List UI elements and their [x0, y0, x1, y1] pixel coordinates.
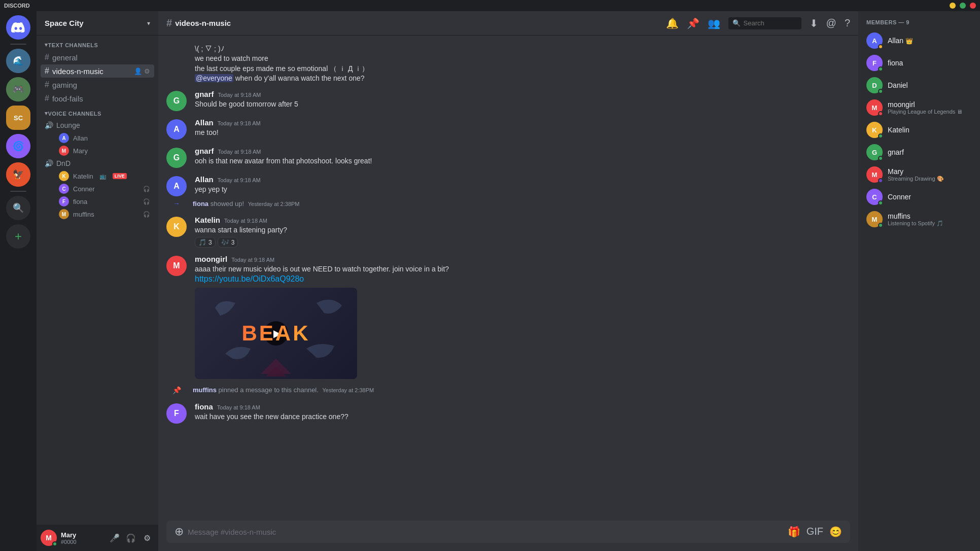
add-attachment-button[interactable]: ⊕ [174, 525, 184, 538]
search-input[interactable] [744, 19, 797, 27]
message-group-katelin: K Katelin Today at 9:18 AM wanna start a… [158, 212, 858, 249]
reaction-2[interactable]: 🎶 3 [218, 237, 238, 248]
author-katelin[interactable]: Katelin [195, 216, 220, 224]
member-avatar-mary: M [59, 146, 69, 156]
author-gnarf[interactable]: gnarf [195, 90, 214, 98]
close-button[interactable] [970, 3, 976, 9]
channel-name-food: food-fails [52, 94, 83, 103]
channel-general[interactable]: # general [41, 51, 154, 64]
server-icon-spacecity[interactable]: SC [6, 106, 30, 130]
member-item-conner[interactable]: C Conner [862, 186, 976, 208]
server-header[interactable]: Space City ▾ [37, 11, 158, 36]
pin-system-icon: 📌 [166, 386, 187, 394]
member-item-moongirl[interactable]: M moongirl Playing League of Legends 🖥 [862, 96, 976, 119]
voice-member-mary[interactable]: M Mary [41, 145, 154, 157]
emoji-button[interactable]: 😊 [829, 526, 842, 538]
avatar-gnarf-2[interactable]: G [166, 148, 187, 168]
channel-settings: 👤 ⚙ [134, 67, 150, 75]
server-icon-1[interactable]: 🌊 [6, 49, 30, 73]
deafen-button[interactable]: 🎧 [124, 531, 138, 545]
add-server-button[interactable]: + [6, 224, 30, 249]
member-item-mary[interactable]: M Mary Streaming Drawing 🎨 [862, 163, 976, 186]
author-moongirl[interactable]: moongirl [195, 255, 227, 263]
member-item-gnarf[interactable]: G gnarf [862, 141, 976, 163]
author-fiona[interactable]: fiona [195, 402, 213, 411]
server-icon-5[interactable]: 🦅 [6, 162, 30, 187]
hash-icon: # [45, 94, 49, 103]
search-nav-button[interactable]: 🔍 [6, 196, 30, 220]
message-header: gnarf Today at 9:18 AM [195, 90, 850, 98]
member-item-allan[interactable]: A Allan 👑 [862, 29, 976, 52]
voice-channel-name: Lounge [56, 121, 80, 129]
author-gnarf-2[interactable]: gnarf [195, 147, 214, 155]
member-avatar-mary-s: M [866, 166, 883, 183]
cont-line-1: \( ; ▽ ; )ﾉ [195, 44, 369, 54]
member-avatar-fiona-s: F [866, 55, 883, 71]
user-icon[interactable]: 👤 [134, 67, 142, 75]
author-allan-1[interactable]: Allan [195, 118, 214, 127]
voice-member-katelin[interactable]: K Katelin 📺 LIVE [41, 170, 154, 182]
member-name-mary: Mary [888, 167, 972, 176]
avatar-katelin[interactable]: K [166, 217, 187, 237]
avatar-fiona[interactable]: F [166, 403, 187, 424]
members-icon[interactable]: 👥 [708, 17, 720, 29]
mention-everyone[interactable]: @everyone [195, 74, 233, 82]
video-link[interactable]: https://youtu.be/OiDx6aQ928o [195, 274, 304, 283]
download-icon[interactable]: ⬇ [810, 17, 818, 29]
input-actions: 🎁 GIF 😊 [788, 526, 842, 538]
pin-icon[interactable]: 📌 [687, 17, 699, 29]
voice-member-allan[interactable]: A Allan [41, 132, 154, 144]
inbox-icon[interactable]: @ [826, 17, 836, 29]
voice-channel-dnd[interactable]: 🔊 DnD [41, 157, 154, 169]
channel-gaming[interactable]: # gaming [41, 78, 154, 91]
gear-icon[interactable]: ⚙ [144, 67, 150, 75]
text-channels-header[interactable]: ▾ TEXT CHANNELS [37, 40, 158, 50]
minimize-button[interactable] [950, 3, 956, 9]
message-content-allan-1: Allan Today at 9:18 AM me too! [195, 118, 850, 140]
system-text-fiona: fiona showed up! Yesterday at 2:38PM [193, 200, 300, 208]
message-input-area: ⊕ 🎁 GIF 😊 [158, 521, 858, 551]
current-user-avatar[interactable]: M [41, 530, 57, 546]
channel-videos-n-music[interactable]: # videos-n-music 👤 ⚙ [41, 64, 154, 78]
chat-header: # videos-n-music 🔔 📌 👥 🔍 ⬇ @ ? [158, 11, 858, 36]
avatar-allan-2[interactable]: A [166, 176, 187, 196]
avatar-moongirl[interactable]: M [166, 256, 187, 276]
voice-channel-lounge[interactable]: 🔊 Lounge [41, 119, 154, 131]
avatar-allan-1[interactable]: A [166, 119, 187, 140]
avatar-gnarf[interactable]: G [166, 91, 187, 111]
member-item-muffins[interactable]: M muffins Listening to Spotify 🎵 [862, 208, 976, 230]
message-group-allan-2: A Allan Today at 9:18 AM yep yep ty [158, 171, 858, 197]
maximize-button[interactable] [960, 3, 966, 9]
discord-home-button[interactable] [6, 15, 30, 40]
main-layout: 🌊 🎮 SC 🌀 🦅 [0, 11, 980, 551]
member-activity-mary: Streaming Drawing 🎨 [888, 176, 972, 182]
voice-member-conner[interactable]: C Conner 🎧 [41, 183, 154, 195]
server-icon-2[interactable]: 🎮 [6, 77, 30, 101]
members-header: MEMBERS — 9 [862, 19, 976, 25]
channel-food-fails[interactable]: # food-fails [41, 92, 154, 105]
member-item-fiona[interactable]: F fiona [862, 52, 976, 74]
msg-time-katelin: Today at 9:18 AM [224, 218, 267, 224]
member-item-katelin-s[interactable]: K Katelin [862, 119, 976, 141]
settings-button[interactable]: ⚙ [140, 531, 154, 545]
system-user-muffins[interactable]: muffins [193, 386, 217, 394]
message-input[interactable] [188, 522, 784, 542]
voice-member-fiona[interactable]: F fiona 🎧 [41, 195, 154, 208]
gif-button[interactable]: GIF [807, 526, 823, 538]
chat-area: # videos-n-music 🔔 📌 👥 🔍 ⬇ @ ? [158, 11, 858, 551]
voice-member-muffins[interactable]: M muffins 🎧 [41, 208, 154, 220]
bell-icon[interactable]: 🔔 [666, 17, 679, 29]
cont-line-4: @everyone when do y'all wanna watch the … [195, 74, 369, 83]
mute-button[interactable]: 🎤 [108, 531, 122, 545]
author-allan-2[interactable]: Allan [195, 175, 214, 184]
member-item-daniel[interactable]: D Daniel [862, 74, 976, 96]
server-icon-4[interactable]: 🌀 [6, 134, 30, 158]
video-thumbnail[interactable]: BEAK ▶ [195, 288, 357, 379]
search-bar[interactable]: 🔍 [728, 17, 801, 29]
system-user-fiona[interactable]: fiona [193, 200, 208, 208]
help-icon[interactable]: ? [845, 17, 850, 29]
message-header-gnarf-2: gnarf Today at 9:18 AM [195, 147, 850, 155]
gift-button[interactable]: 🎁 [788, 526, 800, 538]
voice-channels-header[interactable]: ▾ VOICE CHANNELS [37, 107, 158, 119]
reaction-1[interactable]: 🎵 3 [195, 237, 216, 248]
